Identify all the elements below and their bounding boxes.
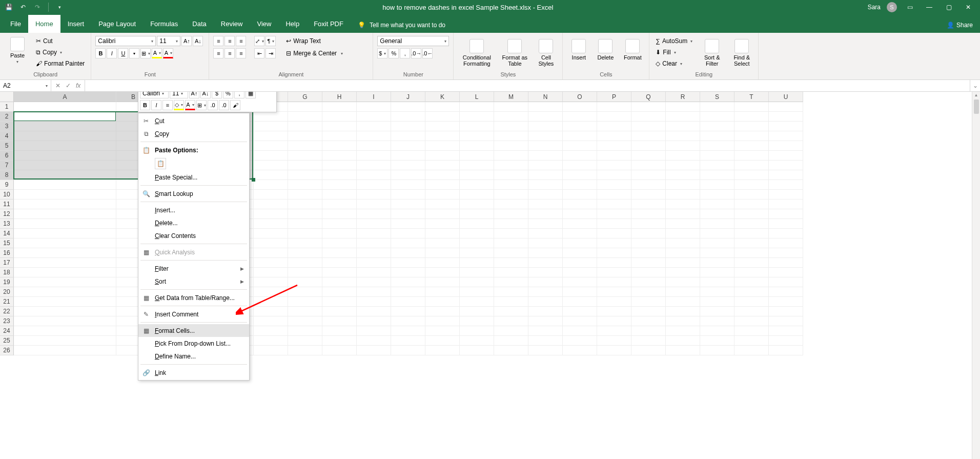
cell[interactable]: [460, 316, 494, 326]
cell[interactable]: [14, 326, 116, 336]
cell[interactable]: [322, 199, 357, 209]
underline-button[interactable]: U: [118, 48, 128, 58]
scroll-thumb[interactable]: [974, 99, 979, 114]
cell[interactable]: [322, 161, 357, 170]
borders-button[interactable]: ⊞: [140, 48, 151, 58]
context-smart-lookup[interactable]: 🔍Smart Lookup: [138, 187, 249, 200]
cell[interactable]: [357, 238, 391, 248]
cell[interactable]: [734, 170, 769, 180]
cell[interactable]: [528, 161, 563, 170]
cell[interactable]: [357, 209, 391, 219]
cell[interactable]: [528, 122, 563, 131]
cell[interactable]: [357, 326, 391, 336]
cell[interactable]: [563, 248, 597, 258]
cell[interactable]: [391, 180, 425, 190]
cell[interactable]: [734, 131, 769, 141]
align-top-icon[interactable]: ≡: [213, 36, 223, 46]
cell[interactable]: [288, 170, 322, 180]
cell[interactable]: [631, 141, 666, 151]
cell[interactable]: [460, 307, 494, 316]
cell[interactable]: [734, 248, 769, 258]
cell[interactable]: [494, 161, 528, 170]
cell[interactable]: [494, 199, 528, 209]
cell[interactable]: [322, 209, 357, 219]
column-header[interactable]: Q: [631, 92, 666, 102]
cell[interactable]: [14, 297, 116, 307]
cell[interactable]: [734, 238, 769, 248]
cell[interactable]: [700, 141, 734, 151]
comma-icon[interactable]: ,: [234, 92, 244, 98]
cell[interactable]: [14, 229, 116, 238]
cell[interactable]: [391, 131, 425, 141]
cell[interactable]: [769, 209, 803, 219]
context-paste-special[interactable]: Paste Special...: [138, 171, 249, 184]
cell[interactable]: [700, 307, 734, 316]
cell[interactable]: [528, 131, 563, 141]
cell[interactable]: [254, 141, 288, 151]
cell[interactable]: [391, 346, 425, 355]
scroll-up-icon[interactable]: ▲: [974, 93, 978, 97]
cell[interactable]: [769, 268, 803, 277]
row-header[interactable]: 21: [0, 297, 14, 307]
cell[interactable]: [769, 131, 803, 141]
cell[interactable]: [769, 287, 803, 297]
cell[interactable]: [322, 229, 357, 238]
currency-icon[interactable]: $: [212, 92, 222, 98]
cell[interactable]: [425, 336, 460, 346]
cell[interactable]: [391, 209, 425, 219]
cell[interactable]: [769, 219, 803, 229]
cell[interactable]: [494, 151, 528, 161]
cell[interactable]: [254, 180, 288, 190]
row-header[interactable]: 23: [0, 316, 14, 326]
cell[interactable]: [563, 277, 597, 287]
cell[interactable]: [631, 112, 666, 122]
cell[interactable]: [666, 102, 700, 112]
cell[interactable]: [597, 102, 631, 112]
font-color-button[interactable]: A: [163, 48, 173, 58]
cell[interactable]: [288, 161, 322, 170]
share-button[interactable]: 👤 Share: [940, 22, 980, 33]
cell[interactable]: [528, 141, 563, 151]
cell[interactable]: [14, 199, 116, 209]
cell[interactable]: [700, 190, 734, 199]
cell[interactable]: [528, 209, 563, 219]
cell[interactable]: [494, 297, 528, 307]
cell[interactable]: [254, 248, 288, 258]
user-name[interactable]: Sara: [868, 4, 881, 11]
row-header[interactable]: 10: [0, 190, 14, 199]
cell[interactable]: [769, 180, 803, 190]
tab-help[interactable]: Help: [278, 15, 307, 33]
row-header[interactable]: 13: [0, 219, 14, 229]
cell[interactable]: [254, 219, 288, 229]
cell[interactable]: [563, 258, 597, 268]
cell[interactable]: [666, 219, 700, 229]
cell[interactable]: [425, 199, 460, 209]
cell[interactable]: [734, 277, 769, 287]
active-cell[interactable]: [14, 112, 116, 121]
cell[interactable]: [563, 112, 597, 122]
decrease-font-icon[interactable]: A↓: [200, 92, 211, 98]
cell[interactable]: [494, 336, 528, 346]
column-header[interactable]: U: [769, 92, 803, 102]
cell[interactable]: [425, 122, 460, 131]
cell[interactable]: [288, 199, 322, 209]
cell[interactable]: [425, 277, 460, 287]
cell[interactable]: [528, 336, 563, 346]
cell[interactable]: [460, 190, 494, 199]
cell[interactable]: [631, 131, 666, 141]
cell[interactable]: [391, 122, 425, 131]
cell[interactable]: [769, 170, 803, 180]
column-header[interactable]: J: [391, 92, 425, 102]
cell[interactable]: [460, 180, 494, 190]
cell[interactable]: [700, 238, 734, 248]
cell[interactable]: [734, 287, 769, 297]
decrease-indent-icon[interactable]: ⇤: [254, 48, 264, 58]
cancel-icon[interactable]: ✕: [55, 82, 60, 89]
cell[interactable]: [769, 190, 803, 199]
cell[interactable]: [734, 122, 769, 131]
cell[interactable]: [631, 268, 666, 277]
cell[interactable]: [357, 102, 391, 112]
row-header[interactable]: 8: [0, 170, 14, 180]
sort-filter-button[interactable]: Sort & Filter: [700, 36, 724, 67]
cell[interactable]: [494, 277, 528, 287]
